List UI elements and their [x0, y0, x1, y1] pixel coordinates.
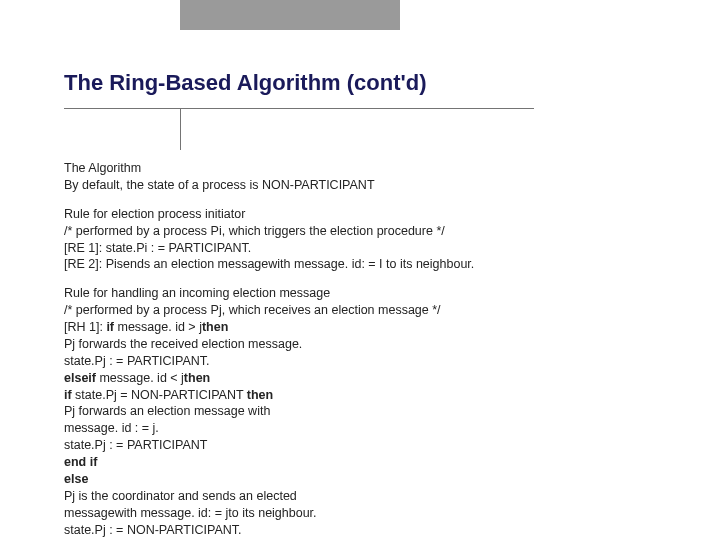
initiator-line: /* performed by a process Pi, which trig…	[64, 223, 664, 240]
handler-line: Rule for handling an incoming election m…	[64, 285, 664, 302]
keyword-endif: end if	[64, 454, 664, 471]
slide: The Ring-Based Algorithm (cont'd) The Al…	[0, 0, 720, 540]
handler-line: state.Pj : = PARTICIPANT	[64, 437, 664, 454]
handler-line: state.Pj : = NON-PARTICIPANT.	[64, 522, 664, 539]
keyword-then: then	[184, 371, 210, 385]
keyword-if: if	[64, 388, 72, 402]
keyword-then: then	[247, 388, 273, 402]
intro-line: By default, the state of a process is NO…	[64, 177, 664, 194]
keyword-else: else	[64, 471, 664, 488]
handler-line: Pj is the coordinator and sends an elect…	[64, 488, 664, 505]
initiator-line: [RE 2]: Pisends an election messagewith …	[64, 256, 664, 273]
handler-line: message. id : = j.	[64, 420, 664, 437]
keyword-if: if	[106, 320, 114, 334]
handler-line: elseif message. id < jthen	[64, 370, 664, 387]
slide-body: The Algorithm By default, the state of a…	[64, 160, 664, 540]
title-vert-line	[180, 108, 181, 150]
initiator-line: Rule for election process initiator	[64, 206, 664, 223]
text: message. id < j	[96, 371, 184, 385]
slide-title: The Ring-Based Algorithm (cont'd)	[64, 70, 427, 96]
keyword-elseif: elseif	[64, 371, 96, 385]
handler-line: messagewith message. id: = jto its neigh…	[64, 505, 664, 522]
keyword-then: then	[202, 320, 228, 334]
handler-line: if state.Pj = NON-PARTICIPANT then	[64, 387, 664, 404]
intro-line: The Algorithm	[64, 160, 664, 177]
handler-line: Pj forwards the received election messag…	[64, 336, 664, 353]
text: state.Pj = NON-PARTICIPANT	[72, 388, 247, 402]
handler-line: /* performed by a process Pj, which rece…	[64, 302, 664, 319]
title-underline	[64, 108, 534, 109]
initiator-line: [RE 1]: state.Pi : = PARTICIPANT.	[64, 240, 664, 257]
decorative-bar	[180, 0, 400, 30]
text: [RH 1]:	[64, 320, 106, 334]
handler-line: state.Pj : = PARTICIPANT.	[64, 353, 664, 370]
text: message. id > j	[114, 320, 202, 334]
handler-line: [RH 1]: if message. id > jthen	[64, 319, 664, 336]
handler-line: Pj forwards an election message with	[64, 403, 664, 420]
